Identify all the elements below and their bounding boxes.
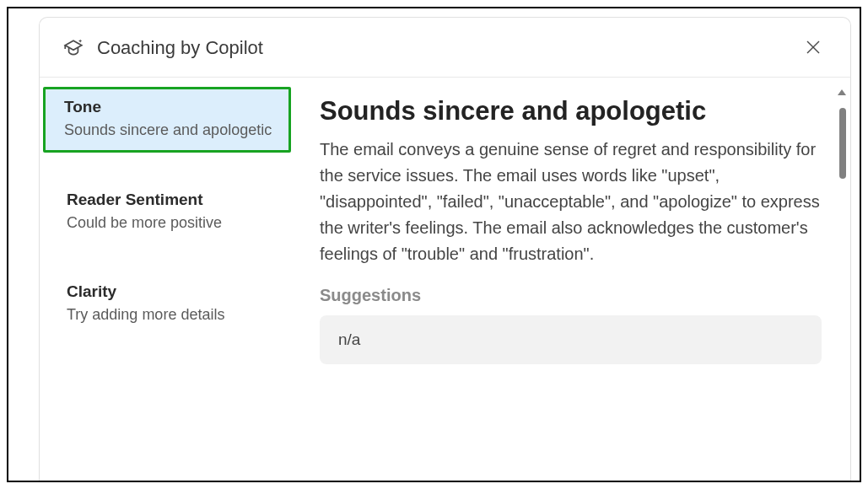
sidebar-item-title: Tone <box>64 98 273 116</box>
suggestion-box: n/a <box>320 315 822 364</box>
scrollbar[interactable] <box>838 88 847 470</box>
sidebar-item-reader-sentiment[interactable]: Reader Sentiment Could be more positive <box>45 179 289 244</box>
content-heading: Sounds sincere and apologetic <box>320 96 822 126</box>
scrollbar-thumb[interactable] <box>839 108 846 179</box>
suggestions-label: Suggestions <box>320 286 822 305</box>
sidebar-item-subtitle: Sounds sincere and apologetic <box>64 120 273 140</box>
panel-body: Tone Sounds sincere and apologetic Reade… <box>40 78 850 481</box>
content-body-text: The email conveys a genuine sense of reg… <box>320 137 822 267</box>
sidebar-item-clarity[interactable]: Clarity Try adding more details <box>45 271 289 336</box>
content-area: Sounds sincere and apologetic The email … <box>294 78 850 481</box>
panel-title: Coaching by Copilot <box>97 37 263 59</box>
sidebar-item-title: Clarity <box>67 282 272 301</box>
scrollbar-up-arrow-icon <box>838 89 846 95</box>
close-icon <box>806 40 821 57</box>
copilot-coaching-icon <box>62 36 85 60</box>
coaching-panel: Coaching by Copilot Tone Sounds sincere … <box>39 17 851 481</box>
sidebar: Tone Sounds sincere and apologetic Reade… <box>40 78 294 481</box>
sidebar-item-tone[interactable]: Tone Sounds sincere and apologetic <box>43 87 291 153</box>
sidebar-item-title: Reader Sentiment <box>67 191 272 209</box>
close-button[interactable] <box>798 33 828 63</box>
sidebar-item-subtitle: Could be more positive <box>67 212 272 233</box>
suggestion-text: n/a <box>338 330 360 348</box>
sidebar-item-subtitle: Try adding more details <box>67 304 272 325</box>
panel-header: Coaching by Copilot <box>40 18 850 78</box>
